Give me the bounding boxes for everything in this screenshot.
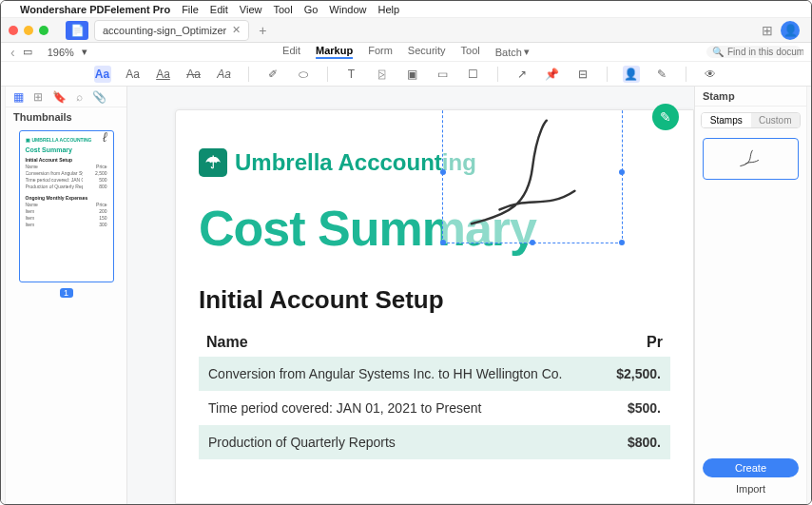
shape-rect-tool-icon[interactable]: ▭: [435, 66, 452, 83]
section-title: Initial Account Setup: [199, 285, 670, 315]
document-tab[interactable]: accounting-sign_Optimizer ✕: [94, 20, 249, 41]
menu-edit[interactable]: Edit: [210, 4, 228, 15]
thumbnails-label: Thumbnails: [6, 107, 126, 126]
search-input[interactable]: [727, 47, 803, 57]
ribbon-security[interactable]: Security: [408, 45, 446, 59]
markup-toolbar: Aa Aa Aa Aa Aa ✐ ⬭ T ⍄ ▣ ▭ ☐ ↗ 📌 ⊟ 👤 ✎ 👁: [1, 62, 811, 87]
stamps-panel-title: Stamp: [695, 87, 806, 107]
right-edge-strip: [806, 87, 811, 504]
traffic-lights: [9, 26, 48, 35]
user-avatar[interactable]: 👤: [781, 21, 800, 40]
menu-tool[interactable]: Tool: [273, 4, 292, 15]
create-stamp-button[interactable]: Create: [703, 458, 799, 477]
app-logo-icon: 📄: [66, 21, 88, 40]
brand-logo-icon: ☂: [199, 148, 227, 177]
menu-window[interactable]: Window: [329, 4, 366, 15]
new-tab-button[interactable]: +: [259, 23, 266, 38]
pin-tool-icon[interactable]: 📌: [544, 66, 561, 83]
apps-grid-icon[interactable]: ⊞: [762, 23, 773, 38]
tab-stamps[interactable]: Stamps: [702, 113, 751, 127]
attachment-icon[interactable]: 📎: [92, 90, 106, 104]
import-stamp-button[interactable]: Import: [703, 483, 799, 495]
ribbon-markup[interactable]: Markup: [316, 45, 353, 59]
maximize-window-button[interactable]: [39, 26, 48, 35]
signature-tool-icon[interactable]: ✎: [653, 66, 670, 83]
table-row: Conversion from Angular Systems Inc. to …: [199, 357, 670, 391]
search-panel-icon[interactable]: ⌕: [76, 90, 83, 104]
window-bar: 📄 accounting-sign_Optimizer ✕ + ⊞ 👤: [1, 18, 811, 43]
ribbon-tool[interactable]: Tool: [461, 45, 480, 59]
table-row: Time period covered: JAN 01, 2021 to Pre…: [199, 391, 670, 425]
menu-go[interactable]: Go: [304, 4, 319, 15]
text-highlight-tool-icon[interactable]: Aa: [94, 66, 111, 83]
mac-menu-bar: Wondershare PDFelement Pro File Edit Vie…: [1, 1, 811, 18]
chevron-down-icon: ▾: [524, 46, 530, 58]
thumbnail-page-number: 1: [60, 288, 73, 298]
ribbon-form[interactable]: Form: [368, 45, 393, 59]
note-tool-icon[interactable]: ▣: [404, 66, 421, 83]
hide-tool-icon[interactable]: 👁: [702, 66, 719, 83]
textbox-tool-icon[interactable]: T: [343, 66, 360, 83]
text-squiggly-tool-icon[interactable]: Aa: [216, 66, 233, 83]
floating-edit-button[interactable]: ✎: [652, 104, 679, 130]
search-icon: 🔍: [712, 47, 724, 57]
menu-help[interactable]: Help: [377, 4, 399, 15]
pdf-page[interactable]: ☂ Umbrella Acccounting Cost Summary Init…: [175, 109, 694, 504]
callout-tool-icon[interactable]: ⍄: [374, 66, 391, 83]
stamp-preview-signature[interactable]: [703, 138, 799, 180]
bookmark-icon[interactable]: 🔖: [52, 90, 67, 104]
eraser-tool-icon[interactable]: ⬭: [295, 66, 312, 83]
ribbon-edit[interactable]: Edit: [282, 45, 300, 59]
thumbnail-page-1[interactable]: ▣UMBRELLA ACCOUNTING ℓ Cost Summary Init…: [19, 130, 114, 282]
stamp-selection-box[interactable]: [442, 109, 623, 243]
column-header-price: Pr: [587, 334, 663, 351]
document-viewport[interactable]: ✎ ☂ Umbrella Acccounting Cost Summary In…: [127, 87, 694, 504]
close-window-button[interactable]: [9, 26, 18, 35]
menu-app-name[interactable]: Wondershare PDFelement Pro: [20, 4, 170, 15]
arrow-tool-icon[interactable]: ↗: [513, 66, 531, 83]
thumb-view-icon[interactable]: ▦: [13, 90, 24, 104]
comment-tool-icon[interactable]: ☐: [465, 66, 482, 83]
tab-custom[interactable]: Custom: [751, 113, 801, 127]
measure-tool-icon[interactable]: ⊟: [574, 66, 591, 83]
highlighter-tool-icon[interactable]: ✐: [264, 66, 281, 83]
stamp-tool-icon[interactable]: 👤: [623, 66, 640, 83]
zoom-level[interactable]: 196%: [48, 47, 74, 58]
menu-view[interactable]: View: [240, 4, 262, 15]
column-header-name: Name: [206, 334, 587, 351]
text-style-tool-icon[interactable]: Aa: [125, 66, 142, 83]
text-underline-tool-icon[interactable]: Aa: [155, 66, 172, 83]
menu-file[interactable]: File: [182, 4, 199, 15]
tab-close-icon[interactable]: ✕: [232, 24, 241, 36]
ribbon-batch[interactable]: Batch▾: [495, 45, 530, 59]
zoom-dropdown-icon[interactable]: ▾: [82, 46, 87, 58]
search-box[interactable]: 🔍: [706, 46, 802, 58]
stamps-panel: Stamp Stamps Custom Create Import: [694, 87, 806, 504]
stamps-segmented-control: Stamps Custom: [701, 112, 801, 128]
text-strike-tool-icon[interactable]: Aa: [185, 66, 203, 83]
table-row: Production of Quarterly Reports $800.: [199, 425, 670, 459]
thumbnails-toggle-icon[interactable]: ▭: [23, 46, 32, 58]
thumbnails-panel: ▦ ⊞ 🔖 ⌕ 📎 Thumbnails ▣UMBRELLA ACCOUNTIN…: [6, 87, 127, 504]
tab-title: accounting-sign_Optimizer: [103, 25, 226, 36]
minimize-window-button[interactable]: [24, 26, 33, 35]
ribbon-bar: ‹ ▭ 196% ▾ Edit Markup Form Security Too…: [1, 43, 811, 62]
back-icon[interactable]: ‹: [10, 45, 15, 60]
thumb-grid-icon[interactable]: ⊞: [33, 90, 43, 104]
